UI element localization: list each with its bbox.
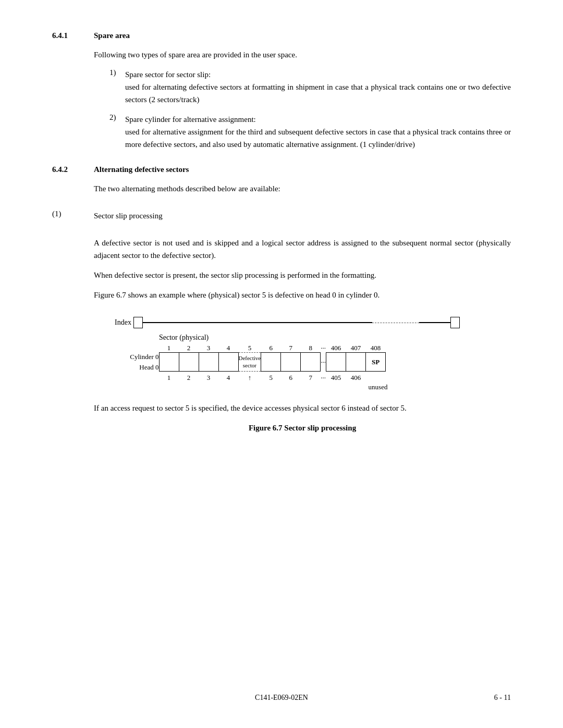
- para-item-content-1: Sector slip processing: [94, 209, 511, 229]
- section-642-title: Alternating defective sectors: [94, 165, 189, 174]
- section-641-intro: Following two types of spare area are pr…: [94, 48, 511, 61]
- log-num-7: 7: [301, 372, 321, 382]
- index-row: Index: [94, 317, 511, 328]
- sector-4: [218, 353, 238, 372]
- log-num-2: 2: [179, 372, 199, 382]
- section-641-number: 6.4.1: [52, 31, 94, 40]
- section-641: 6.4.1 Spare area Following two types of …: [52, 31, 511, 151]
- log-num-4: 4: [218, 372, 238, 382]
- list-detail-2: used for alternative assignment for the …: [125, 128, 511, 149]
- dots-1: ···: [321, 344, 326, 353]
- para1-body1: A defective sector is not used and is sk…: [94, 237, 511, 262]
- section-641-title: Spare area: [94, 31, 130, 40]
- list-detail-1: used for alternating defective sectors a…: [125, 83, 511, 104]
- phys-num-8: 8: [301, 344, 321, 353]
- sector-2: [179, 353, 199, 372]
- phys-num-7: 7: [281, 344, 301, 353]
- log-num-3: 3: [199, 372, 218, 382]
- phys-num-6: 6: [261, 344, 281, 353]
- log-num-406: 406: [346, 372, 366, 382]
- dots-sector: ···: [321, 353, 326, 372]
- logical-num-row: 1 2 3 4 ↑ 5 6 7 ··· 405 406: [115, 372, 386, 382]
- para-item-num-1: (1): [52, 209, 94, 229]
- sector-407: [346, 353, 366, 372]
- cylinder-label: Cylinder 0 Head 0: [115, 353, 159, 372]
- unused-text: unused: [368, 383, 388, 391]
- list-content-1: Spare sector for sector slip: used for a…: [125, 68, 511, 106]
- index-box: [133, 317, 143, 328]
- phys-num-2: 2: [179, 344, 199, 353]
- list-item-1: 1) Spare sector for sector slip: used fo…: [94, 68, 511, 106]
- log-num-5: 5: [261, 372, 281, 382]
- empty-label-2: [115, 372, 159, 382]
- list-content-2: Spare cylinder for alternative assignmen…: [125, 113, 511, 151]
- sector-5-defective: Defectivesector: [238, 353, 261, 372]
- footer-page: 6 - 11: [494, 694, 511, 702]
- sector-6: [261, 353, 281, 372]
- phys-num-4: 4: [218, 344, 238, 353]
- para1-body3: Figure 6.7 shows an example where (physi…: [94, 289, 511, 301]
- section-642-intro: The two alternating methods described be…: [94, 182, 511, 195]
- dots-log: ···: [321, 372, 326, 382]
- empty-label-cell: [115, 344, 159, 353]
- log-arrow: ↑: [238, 372, 261, 382]
- figure-67: Index Sector (physical) 1 2 3 4 5: [94, 317, 511, 391]
- section-642: 6.4.2 Alternating defective sectors The …: [52, 165, 511, 195]
- sector-physical-label: Sector (physical): [115, 334, 511, 342]
- phys-num-5: 5: [238, 344, 261, 353]
- figure-caption: Figure 6.7 Sector slip processing: [94, 424, 511, 433]
- log-num-6: 6: [281, 372, 301, 382]
- log-num-1: 1: [159, 372, 179, 382]
- para-item-1: (1) Sector slip processing: [52, 209, 511, 229]
- list-item-2: 2) Spare cylinder for alternative assign…: [94, 113, 511, 151]
- sector-8: [301, 353, 321, 372]
- list-title-2: Spare cylinder for alternative assignmen…: [125, 115, 256, 124]
- sector-cells-row: Cylinder 0 Head 0 Defectivesector ··· SP: [115, 353, 386, 372]
- footer-doc-id: C141-E069-02EN: [255, 694, 308, 701]
- note1: If an access request to sector 5 is spec…: [94, 402, 511, 414]
- phys-num-408: 408: [366, 344, 386, 353]
- sector-7: [281, 353, 301, 372]
- log-num-405: 405: [326, 372, 346, 382]
- phys-num-1: 1: [159, 344, 179, 353]
- physical-num-row: 1 2 3 4 5 6 7 8 ··· 406 407 408: [115, 344, 386, 353]
- list-num-2: 2): [109, 113, 125, 151]
- list-title-1: Spare sector for sector slip:: [125, 70, 211, 79]
- section-642-number: 6.4.2: [52, 165, 94, 174]
- para1-title: Sector slip processing: [94, 209, 511, 222]
- physical-num-table: 1 2 3 4 5 6 7 8 ··· 406 407 408 Cylinder: [115, 344, 386, 382]
- para1-body2: When defective sector is present, the se…: [94, 269, 511, 281]
- index-label: Index: [115, 318, 131, 327]
- phys-num-406: 406: [326, 344, 346, 353]
- sector-1: [159, 353, 179, 372]
- diagram-wrapper: Sector (physical) 1 2 3 4 5 6 7 8 ··· 40…: [94, 334, 511, 391]
- list-num-1: 1): [109, 68, 125, 106]
- unused-label: unused: [115, 383, 511, 391]
- sector-406: [326, 353, 346, 372]
- phys-num-3: 3: [199, 344, 218, 353]
- index-end-box: [450, 317, 460, 328]
- sector-sp: SP: [366, 353, 386, 372]
- footer-center: C141-E069-02EN: [255, 694, 308, 702]
- empty-sp-log: [366, 372, 386, 382]
- phys-num-407: 407: [346, 344, 366, 353]
- sector-3: [199, 353, 218, 372]
